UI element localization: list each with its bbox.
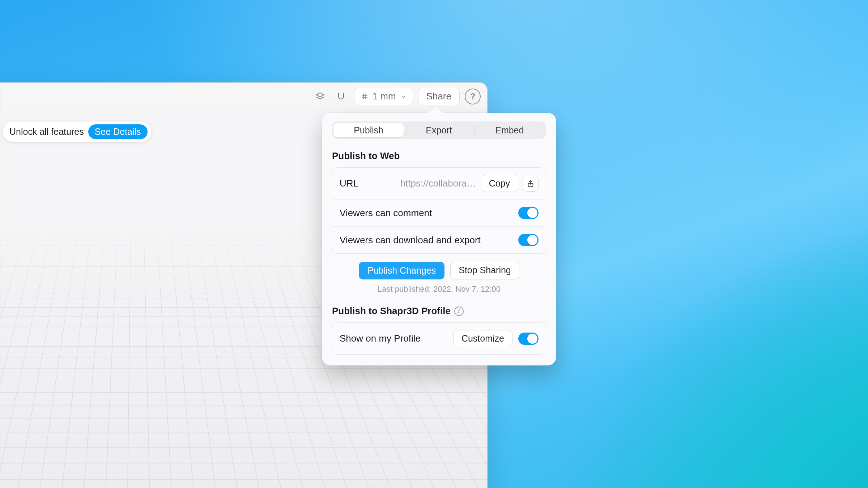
url-row: URL https://collaborat… Copy (332, 168, 546, 199)
publish-web-title: Publish to Web (332, 150, 546, 162)
viewers-download-label: Viewers can download and export (340, 235, 481, 246)
unlock-banner: Unlock all features See Details (3, 121, 151, 142)
unlock-text: Unlock all features (9, 127, 84, 137)
last-published-text: Last published: 2022. Nov 7. 12:00 (332, 284, 546, 294)
share-icon (527, 180, 535, 188)
share-link-button[interactable] (523, 176, 539, 192)
publish-changes-button[interactable]: Publish Changes (359, 262, 444, 279)
show-profile-row: Show on my Profile Customize (332, 323, 546, 354)
layers-icon[interactable] (312, 89, 328, 104)
grid-size-value: 1 mm (373, 91, 396, 102)
url-value: https://collaborat… (400, 178, 476, 189)
share-label: Share (426, 91, 451, 102)
publish-actions: Publish Changes Stop Sharing (332, 262, 546, 279)
copy-button[interactable]: Copy (481, 175, 518, 192)
tab-embed[interactable]: Embed (475, 123, 545, 137)
viewers-download-toggle[interactable] (518, 234, 539, 246)
see-details-button[interactable]: See Details (88, 124, 148, 139)
share-button[interactable]: Share (418, 88, 460, 105)
help-button[interactable]: ? (465, 89, 481, 104)
grid-icon (360, 92, 369, 101)
customize-button[interactable]: Customize (453, 330, 512, 347)
viewers-comment-toggle[interactable] (518, 207, 539, 219)
viewers-comment-row: Viewers can comment (332, 199, 546, 226)
publish-profile-title: Publish to Shapr3D Profile i (332, 305, 546, 317)
share-tabs: Publish Export Embed (332, 121, 546, 139)
url-label: URL (340, 178, 358, 189)
top-toolbar: 1 mm Share ? (0, 83, 487, 110)
show-profile-toggle[interactable] (518, 333, 539, 345)
chevron-down-icon (400, 93, 407, 100)
stop-sharing-button[interactable]: Stop Sharing (450, 262, 519, 279)
question-icon: ? (470, 91, 476, 102)
info-icon[interactable]: i (454, 307, 464, 316)
share-popover: Publish Export Embed Publish to Web URL … (322, 113, 556, 365)
viewers-comment-label: Viewers can comment (340, 207, 432, 219)
show-profile-label: Show on my Profile (340, 333, 421, 344)
publish-profile-card: Show on my Profile Customize (332, 322, 546, 355)
tab-publish[interactable]: Publish (333, 123, 404, 137)
magnet-icon[interactable] (333, 89, 349, 104)
grid-size-selector[interactable]: 1 mm (354, 88, 413, 105)
publish-web-card: URL https://collaborat… Copy Viewers can… (332, 167, 546, 254)
tab-export[interactable]: Export (404, 123, 474, 137)
viewers-download-row: Viewers can download and export (332, 226, 546, 253)
